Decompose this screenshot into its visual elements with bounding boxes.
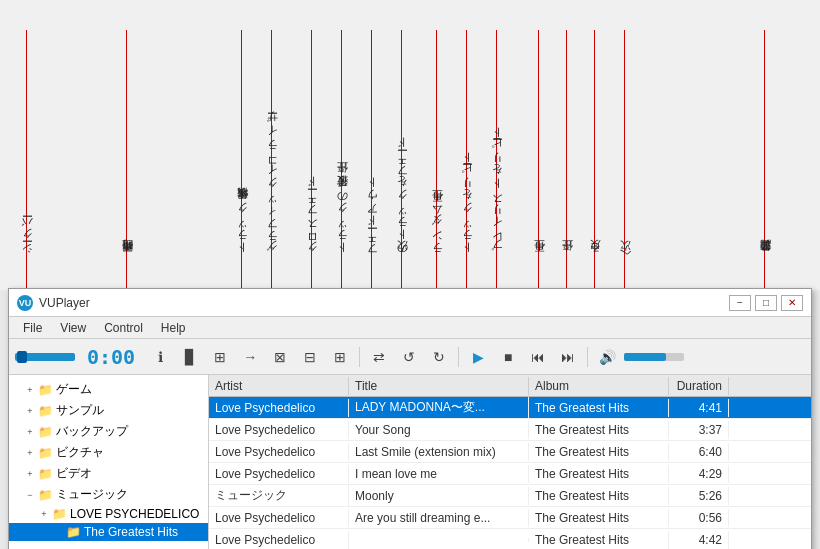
annotation-area: シークバー再生時間トラック情報表示グラフィックイコライザークロスフェードトラック…	[0, 0, 820, 290]
annotation-line-time	[126, 30, 127, 290]
annotation-label-track-info: トラック情報表示	[235, 208, 250, 260]
annotation-label-crossfade: クロスフェード	[305, 182, 320, 260]
titlebar: VU VUPlayer − □ ✕	[9, 289, 811, 290]
main-window: VU VUPlayer − □ ✕ FileViewControlHelp 0:…	[8, 288, 812, 290]
annotation-label-graphic-eq: グラフィックイコライザー	[265, 119, 280, 260]
annotation-line-volume	[764, 30, 765, 290]
annotation-label-seekbar: シークバー	[20, 222, 35, 260]
annotation-label-fadeout: フェードアウト	[365, 182, 380, 260]
annotation-label-next-fade: 次のトラックをフェード	[395, 143, 410, 260]
annotation-line-stop	[566, 30, 567, 290]
annotation-label-random: ランダム再生	[430, 210, 445, 260]
annotation-label-stop-last: トラックの最後で停止	[335, 182, 350, 260]
annotation-label-repeat-track: トラックをリピート	[460, 157, 475, 260]
annotation-label-prev: 戻る	[588, 247, 603, 260]
annotation-label-repeat-playlist: プレイリストをリピート	[490, 132, 505, 260]
annotation-line-play	[538, 30, 539, 290]
annotation-label-next: 次へ	[618, 247, 633, 260]
